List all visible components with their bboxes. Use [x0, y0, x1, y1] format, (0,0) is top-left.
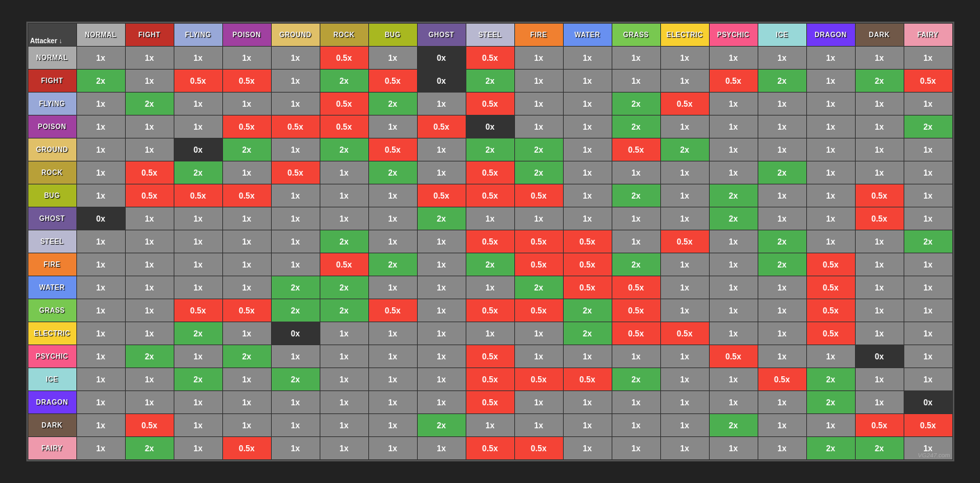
type-effectiveness-table: Attacker ↓ NORMALFIGHTFLYINGPOISONGROUND…	[28, 23, 953, 460]
row-label-fairy: FAIRY	[28, 437, 76, 460]
cell-flying-electric: 0.5x	[660, 93, 709, 116]
cell-steel-rock: 2x	[320, 230, 368, 253]
cell-ghost-normal: 0x	[76, 207, 125, 230]
cell-psychic-fight: 2x	[125, 345, 174, 368]
cell-ground-normal: 1x	[76, 138, 125, 161]
cell-ground-ground: 1x	[271, 138, 320, 161]
corner-cell: Attacker ↓	[28, 24, 76, 47]
cell-psychic-ice: 1x	[758, 345, 806, 368]
cell-dragon-water: 1x	[563, 391, 612, 414]
cell-grass-psychic: 1x	[709, 299, 758, 322]
cell-fire-ice: 2x	[758, 253, 806, 276]
row-label-fight: FIGHT	[28, 70, 76, 93]
cell-ground-flying: 0x	[174, 138, 222, 161]
cell-dark-water: 1x	[563, 414, 612, 437]
row-label-dark: DARK	[28, 414, 76, 437]
cell-fire-fire: 0.5x	[514, 253, 563, 276]
row-label-water: WATER	[28, 276, 76, 299]
cell-dark-grass: 1x	[612, 414, 660, 437]
cell-fairy-steel: 0.5x	[466, 437, 514, 460]
row-grass: GRASS1x1x0.5x0.5x2x2x0.5x1x0.5x0.5x2x0.5…	[28, 299, 952, 322]
cell-rock-steel: 0.5x	[466, 161, 514, 184]
cell-dark-steel: 1x	[466, 414, 514, 437]
cell-dark-ice: 1x	[758, 414, 806, 437]
cell-bug-steel: 0.5x	[466, 184, 514, 207]
cell-water-poison: 1x	[222, 276, 271, 299]
row-psychic: PSYCHIC1x2x1x2x1x1x1x1x0.5x1x1x1x1x0.5x1…	[28, 345, 952, 368]
row-fairy: FAIRY1x2x1x0.5x1x1x1x1x0.5x0.5x1x1x1x1x1…	[28, 437, 952, 460]
cell-ground-poison: 2x	[222, 138, 271, 161]
cell-dragon-bug: 1x	[368, 391, 417, 414]
row-water: WATER1x1x1x1x2x2x1x1x1x2x0.5x0.5x1x1x1x0…	[28, 276, 952, 299]
cell-electric-flying: 2x	[174, 322, 222, 345]
cell-dark-rock: 1x	[320, 414, 368, 437]
cell-bug-grass: 2x	[612, 184, 660, 207]
cell-water-fire: 2x	[514, 276, 563, 299]
row-rock: ROCK1x0.5x2x1x0.5x1x2x1x0.5x2x1x1x1x1x2x…	[28, 161, 952, 184]
header-ground: GROUND	[271, 24, 320, 47]
cell-poison-water: 1x	[563, 116, 612, 138]
cell-flying-dark: 1x	[855, 93, 904, 116]
cell-dark-bug: 1x	[368, 414, 417, 437]
cell-ground-bug: 0.5x	[368, 138, 417, 161]
cell-dark-flying: 1x	[174, 414, 222, 437]
cell-ice-water: 0.5x	[563, 368, 612, 391]
cell-electric-fire: 1x	[514, 322, 563, 345]
cell-steel-dark: 1x	[855, 230, 904, 253]
cell-electric-water: 2x	[563, 322, 612, 345]
cell-dragon-fight: 1x	[125, 391, 174, 414]
cell-ground-psychic: 1x	[709, 138, 758, 161]
cell-fire-grass: 2x	[612, 253, 660, 276]
row-normal: NORMAL1x1x1x1x1x0.5x1x0x0.5x1x1x1x1x1x1x…	[28, 47, 952, 70]
cell-psychic-psychic: 0.5x	[709, 345, 758, 368]
row-label-ghost: GHOST	[28, 207, 76, 230]
cell-rock-fairy: 1x	[904, 161, 952, 184]
cell-dragon-grass: 1x	[612, 391, 660, 414]
cell-poison-fairy: 2x	[904, 116, 952, 138]
cell-flying-poison: 1x	[222, 93, 271, 116]
cell-fight-poison: 0.5x	[222, 70, 271, 93]
cell-ghost-poison: 1x	[222, 207, 271, 230]
cell-fire-flying: 1x	[174, 253, 222, 276]
cell-fire-psychic: 1x	[709, 253, 758, 276]
row-label-ground: GROUND	[28, 138, 76, 161]
cell-bug-normal: 1x	[76, 184, 125, 207]
cell-psychic-water: 1x	[563, 345, 612, 368]
cell-ghost-ground: 1x	[271, 207, 320, 230]
cell-normal-ghost: 0x	[417, 47, 466, 70]
cell-electric-ground: 0x	[271, 322, 320, 345]
header-grass: GRASS	[612, 24, 660, 47]
header-psychic: PSYCHIC	[709, 24, 758, 47]
cell-water-flying: 1x	[174, 276, 222, 299]
header-fight: FIGHT	[125, 24, 174, 47]
cell-fire-rock: 0.5x	[320, 253, 368, 276]
cell-steel-electric: 0.5x	[660, 230, 709, 253]
cell-poison-normal: 1x	[76, 116, 125, 138]
cell-electric-electric: 0.5x	[660, 322, 709, 345]
cell-electric-fight: 1x	[125, 322, 174, 345]
cell-ice-steel: 0.5x	[466, 368, 514, 391]
cell-water-bug: 1x	[368, 276, 417, 299]
cell-normal-flying: 1x	[174, 47, 222, 70]
cell-psychic-grass: 1x	[612, 345, 660, 368]
cell-fairy-poison: 0.5x	[222, 437, 271, 460]
cell-grass-ghost: 1x	[417, 299, 466, 322]
cell-bug-ice: 1x	[758, 184, 806, 207]
cell-steel-ghost: 1x	[417, 230, 466, 253]
row-label-grass: GRASS	[28, 299, 76, 322]
cell-water-dragon: 0.5x	[806, 276, 855, 299]
cell-dragon-dark: 1x	[855, 391, 904, 414]
cell-grass-flying: 0.5x	[174, 299, 222, 322]
cell-fire-ghost: 1x	[417, 253, 466, 276]
cell-ground-grass: 0.5x	[612, 138, 660, 161]
cell-flying-ghost: 1x	[417, 93, 466, 116]
cell-psychic-fairy: 1x	[904, 345, 952, 368]
cell-fight-electric: 1x	[660, 70, 709, 93]
header-flying: FLYING	[174, 24, 222, 47]
cell-rock-fight: 0.5x	[125, 161, 174, 184]
cell-fairy-fire: 0.5x	[514, 437, 563, 460]
cell-ghost-rock: 1x	[320, 207, 368, 230]
cell-poison-bug: 1x	[368, 116, 417, 138]
cell-fairy-normal: 1x	[76, 437, 125, 460]
cell-psychic-ground: 1x	[271, 345, 320, 368]
